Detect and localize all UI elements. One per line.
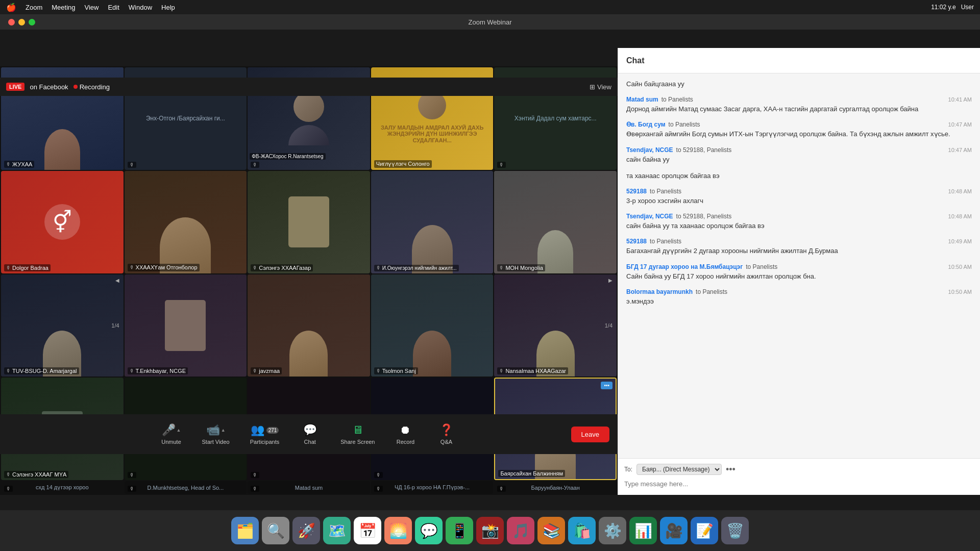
cell-label-22: 🎙	[128, 486, 136, 492]
cell-label-14: 🎙 Tsolmon Sanj	[374, 367, 418, 374]
dock-photos[interactable]: 🌅	[384, 517, 412, 544]
menu-zoom[interactable]: Zoom	[26, 4, 42, 11]
dock-calendar[interactable]: 📅	[354, 517, 381, 544]
chat-sender-1: Matad sum	[626, 96, 658, 103]
unmute-button[interactable]: 🎤 ▲ Unmute	[151, 423, 192, 445]
chat-message-5: 529188 to Panelists 10:48 AM 3-р хороо х…	[626, 188, 972, 206]
dock-facetime[interactable]: 📱	[446, 517, 473, 544]
dock-systemprefs[interactable]: ⚙️	[599, 517, 626, 544]
recording-badge: Recording	[74, 83, 110, 91]
menubar: 🍎 Zoom Meeting View Edit Window Help 11:…	[0, 0, 980, 14]
record-label: Record	[397, 439, 414, 445]
more-options[interactable]: •••	[601, 382, 612, 389]
chat-header-8: БГД 17 дугаар хороо на М.Бямбацэцэг to P…	[626, 263, 972, 270]
dock-zoom[interactable]: 🎥	[660, 517, 688, 544]
cell-label-25: 🎙	[497, 486, 506, 492]
chat-text-0: Сайн байцгаана уу	[626, 80, 972, 89]
unmute-caret[interactable]: ▲	[177, 428, 181, 433]
chat-recipient-select[interactable]: Баяр... (Direct Message)	[636, 464, 722, 475]
chat-header: Chat	[618, 48, 980, 73]
video-cell-24[interactable]: ЧД 16-р хороо НА Г.Пүрэв-... 🎙	[371, 481, 494, 494]
dock-excel[interactable]: 📊	[629, 517, 657, 544]
video-cell-14[interactable]: 🎙 Tsolmon Sanj	[371, 274, 494, 377]
nav-left[interactable]: ◀	[115, 278, 119, 283]
cell-label-3b: 🎙	[251, 162, 259, 168]
main-layout: LIVE on Facebook Recording ⊞ View 🎙 ЖУХА…	[0, 48, 980, 495]
minimize-button[interactable]	[18, 19, 25, 26]
chat-button[interactable]: 💬 Chat	[289, 423, 330, 445]
chat-sender-9: Bolormaa bayarmunkh	[626, 288, 693, 295]
chat-to-8: to Panelists	[746, 263, 777, 270]
video-cell-15[interactable]: 🎙 Nansalmaa НХААGazar ▶ 1/4	[494, 274, 617, 377]
maximize-button[interactable]	[29, 19, 35, 26]
chat-header-3: Tsendjav, NCGE to 529188, Panelists 10:4…	[626, 146, 972, 154]
video-cell-21[interactable]: сxд 14 дүгээр хороо 🎙	[1, 481, 124, 494]
cell-name-2: Энх-Отгон /Баярсайхан ги...	[143, 112, 228, 125]
dock-finder[interactable]: 🗂️	[231, 517, 259, 544]
dock-spotlight[interactable]: 🔍	[262, 517, 289, 544]
cell-label-13: 🎙 javzmaa	[251, 367, 282, 374]
cell-label-7: 🎙 ХХААХҮам Отгонболор	[128, 264, 200, 271]
record-button[interactable]: ⏺ Record	[385, 423, 426, 445]
menu-view[interactable]: View	[84, 4, 99, 11]
dock-appstore[interactable]: 🛍️	[568, 517, 596, 544]
chat-to-9: to Panelists	[696, 288, 727, 295]
video-cell-22[interactable]: D.Munkhtsetseg, Head of So... 🎙	[125, 481, 247, 494]
chat-time-1: 10:41 AM	[948, 96, 972, 103]
chat-header-7: 529188 to Panelists 10:49 AM	[626, 238, 972, 245]
chat-label: Chat	[304, 439, 316, 445]
chat-text-2: Өвөрхангай аймгийн Богд сумын ИТХ-ын Тэр…	[626, 130, 972, 139]
nav-right[interactable]: ▶	[608, 278, 612, 283]
video-cell-8[interactable]: 🎙 Сэлэнгэ ХХААГазар	[248, 171, 370, 273]
apple-menu[interactable]: 🍎	[6, 3, 16, 12]
qa-label: Q&A	[440, 439, 452, 445]
view-button[interactable]: ⊞ View	[590, 83, 611, 91]
chat-message-9: Bolormaa bayarmunkh to Panelists 10:50 A…	[626, 288, 972, 306]
dock-maps[interactable]: 🗺️	[323, 517, 351, 544]
dock-trash[interactable]: 🗑️	[721, 517, 749, 544]
leave-button[interactable]: Leave	[571, 427, 609, 442]
video-caret[interactable]: ▲	[221, 428, 226, 433]
start-video-button[interactable]: 📹 ▲ Start Video	[192, 423, 240, 445]
video-cell-10[interactable]: 🎙 МОН Mongolia	[494, 171, 617, 273]
cell-label-4: Чиглүүлэгч Солонго	[374, 160, 432, 168]
chat-text-6: сайн байна уу та хаанаас оролцож байгаа …	[626, 221, 972, 231]
video-cell-9[interactable]: 🎙 И.Оюунгэрэл нийгмийн ажилт...	[371, 171, 494, 273]
video-cell-11[interactable]: 🎙 TUV-BSUG-D. Amarjargal ◀ 1/4	[1, 274, 124, 377]
dock-word[interactable]: 📝	[691, 517, 718, 544]
cell-label-15: 🎙 Nansalmaa НХААGazar	[497, 367, 568, 374]
menu-help[interactable]: Help	[161, 4, 175, 11]
menu-window[interactable]: Window	[129, 4, 152, 11]
video-cell-25[interactable]: Баруунбаян-Улаан 🎙	[494, 481, 617, 494]
dock-launchpad[interactable]: 🚀	[292, 517, 320, 544]
chat-text-8: Сайн байна уу БГД 17 хороо нийгмийн ажил…	[626, 272, 972, 281]
dock-messages[interactable]: 💬	[415, 517, 443, 544]
chat-message-8: БГД 17 дугаар хороо на М.Бямбацэцэг to P…	[626, 263, 972, 281]
video-cell-23[interactable]: Matad sum 🎙	[248, 481, 370, 494]
cell-name-23: Matad sum	[292, 482, 326, 494]
cell-name-5: Хэнтий Дадал сум хамтарс...	[511, 112, 600, 125]
video-cell-7[interactable]: 🎙 ХХААХҮам Отгонболор	[125, 171, 247, 273]
chat-message-1: Matad sum to Panelists 10:41 AM Дорнод а…	[626, 96, 972, 114]
chat-more-button[interactable]: •••	[726, 464, 736, 475]
chat-sender-3: Tsendjav, NCGE	[626, 146, 673, 154]
chat-to-5: to Panelists	[650, 188, 681, 195]
cell-label-8: 🎙 Сэлэнгэ ХХААГазар	[251, 264, 313, 271]
dock-books[interactable]: 📚	[537, 517, 565, 544]
share-screen-icon: 🖥	[352, 423, 363, 437]
cell-name-22: D.Munkhtsetseg, Head of So...	[144, 482, 227, 494]
menu-edit[interactable]: Edit	[108, 4, 119, 11]
dock-photobooth[interactable]: 📸	[476, 517, 504, 544]
qa-button[interactable]: ❓ Q&A	[426, 423, 467, 445]
chat-input-field[interactable]	[624, 478, 974, 490]
video-cell-12[interactable]: 🎙 T.Enkhbayar, NCGE	[125, 274, 247, 377]
close-button[interactable]	[8, 19, 15, 26]
chat-message-4: та хаанаас оролцож байгаа вэ	[626, 171, 972, 181]
video-cell-6[interactable]: ⚥ 🎙 Dolgor Badraa	[1, 171, 124, 273]
video-cell-13[interactable]: 🎙 javzmaa	[248, 274, 370, 377]
share-screen-button[interactable]: 🖥 Share Screen	[330, 423, 385, 445]
participants-button[interactable]: 👥 271 Participants	[240, 423, 289, 445]
menu-meeting[interactable]: Meeting	[52, 4, 75, 11]
dock-music[interactable]: 🎵	[507, 517, 534, 544]
chat-icon: 💬	[303, 423, 317, 437]
